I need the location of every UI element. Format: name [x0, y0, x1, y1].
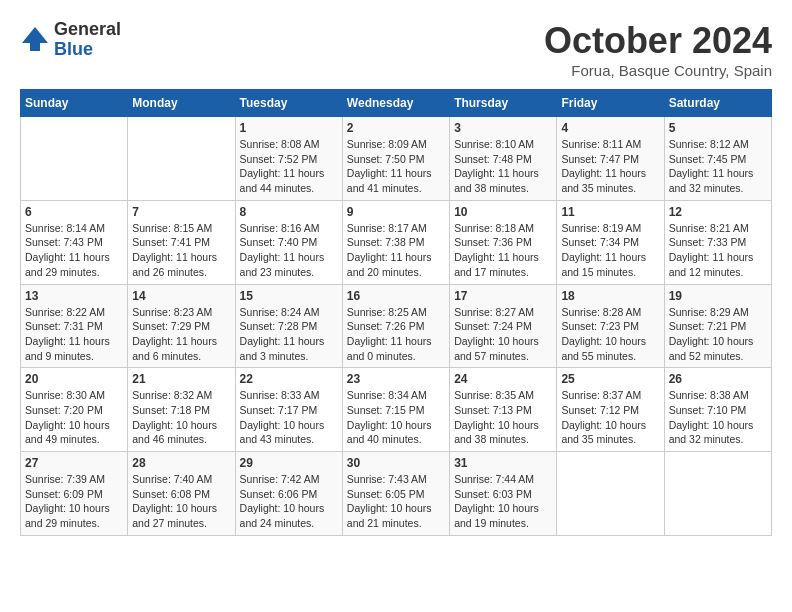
day-detail: Sunrise: 7:39 AM Sunset: 6:09 PM Dayligh…: [25, 472, 123, 531]
week-row-3: 13Sunrise: 8:22 AM Sunset: 7:31 PM Dayli…: [21, 284, 772, 368]
day-detail: Sunrise: 8:37 AM Sunset: 7:12 PM Dayligh…: [561, 388, 659, 447]
day-cell: 3Sunrise: 8:10 AM Sunset: 7:48 PM Daylig…: [450, 117, 557, 201]
weekday-monday: Monday: [128, 90, 235, 117]
day-number: 6: [25, 205, 123, 219]
day-detail: Sunrise: 8:09 AM Sunset: 7:50 PM Dayligh…: [347, 137, 445, 196]
day-detail: Sunrise: 8:16 AM Sunset: 7:40 PM Dayligh…: [240, 221, 338, 280]
day-cell: 23Sunrise: 8:34 AM Sunset: 7:15 PM Dayli…: [342, 368, 449, 452]
day-cell: 8Sunrise: 8:16 AM Sunset: 7:40 PM Daylig…: [235, 200, 342, 284]
calendar-table: SundayMondayTuesdayWednesdayThursdayFrid…: [20, 89, 772, 536]
weekday-thursday: Thursday: [450, 90, 557, 117]
weekday-saturday: Saturday: [664, 90, 771, 117]
day-cell: 27Sunrise: 7:39 AM Sunset: 6:09 PM Dayli…: [21, 452, 128, 536]
day-number: 7: [132, 205, 230, 219]
day-number: 20: [25, 372, 123, 386]
weekday-header-row: SundayMondayTuesdayWednesdayThursdayFrid…: [21, 90, 772, 117]
day-cell: 20Sunrise: 8:30 AM Sunset: 7:20 PM Dayli…: [21, 368, 128, 452]
day-cell: 2Sunrise: 8:09 AM Sunset: 7:50 PM Daylig…: [342, 117, 449, 201]
location: Forua, Basque Country, Spain: [544, 62, 772, 79]
day-number: 22: [240, 372, 338, 386]
weekday-wednesday: Wednesday: [342, 90, 449, 117]
day-cell: 24Sunrise: 8:35 AM Sunset: 7:13 PM Dayli…: [450, 368, 557, 452]
logo-text: General Blue: [54, 20, 121, 60]
day-detail: Sunrise: 8:10 AM Sunset: 7:48 PM Dayligh…: [454, 137, 552, 196]
title-block: October 2024 Forua, Basque Country, Spai…: [544, 20, 772, 79]
day-cell: [664, 452, 771, 536]
logo-blue: Blue: [54, 40, 121, 60]
day-detail: Sunrise: 7:44 AM Sunset: 6:03 PM Dayligh…: [454, 472, 552, 531]
day-detail: Sunrise: 8:18 AM Sunset: 7:36 PM Dayligh…: [454, 221, 552, 280]
day-number: 18: [561, 289, 659, 303]
day-number: 8: [240, 205, 338, 219]
day-number: 12: [669, 205, 767, 219]
day-number: 17: [454, 289, 552, 303]
day-number: 21: [132, 372, 230, 386]
day-cell: [128, 117, 235, 201]
day-detail: Sunrise: 8:29 AM Sunset: 7:21 PM Dayligh…: [669, 305, 767, 364]
day-detail: Sunrise: 7:42 AM Sunset: 6:06 PM Dayligh…: [240, 472, 338, 531]
logo-icon: [20, 25, 50, 55]
weekday-sunday: Sunday: [21, 90, 128, 117]
day-detail: Sunrise: 8:25 AM Sunset: 7:26 PM Dayligh…: [347, 305, 445, 364]
day-detail: Sunrise: 8:33 AM Sunset: 7:17 PM Dayligh…: [240, 388, 338, 447]
day-cell: 21Sunrise: 8:32 AM Sunset: 7:18 PM Dayli…: [128, 368, 235, 452]
day-cell: [21, 117, 128, 201]
day-cell: 17Sunrise: 8:27 AM Sunset: 7:24 PM Dayli…: [450, 284, 557, 368]
day-detail: Sunrise: 8:34 AM Sunset: 7:15 PM Dayligh…: [347, 388, 445, 447]
day-number: 30: [347, 456, 445, 470]
day-detail: Sunrise: 8:12 AM Sunset: 7:45 PM Dayligh…: [669, 137, 767, 196]
day-number: 5: [669, 121, 767, 135]
day-detail: Sunrise: 8:17 AM Sunset: 7:38 PM Dayligh…: [347, 221, 445, 280]
day-detail: Sunrise: 8:14 AM Sunset: 7:43 PM Dayligh…: [25, 221, 123, 280]
day-number: 19: [669, 289, 767, 303]
day-number: 4: [561, 121, 659, 135]
week-row-4: 20Sunrise: 8:30 AM Sunset: 7:20 PM Dayli…: [21, 368, 772, 452]
day-cell: 7Sunrise: 8:15 AM Sunset: 7:41 PM Daylig…: [128, 200, 235, 284]
day-number: 16: [347, 289, 445, 303]
day-detail: Sunrise: 8:08 AM Sunset: 7:52 PM Dayligh…: [240, 137, 338, 196]
day-number: 31: [454, 456, 552, 470]
week-row-1: 1Sunrise: 8:08 AM Sunset: 7:52 PM Daylig…: [21, 117, 772, 201]
day-detail: Sunrise: 8:15 AM Sunset: 7:41 PM Dayligh…: [132, 221, 230, 280]
day-cell: 12Sunrise: 8:21 AM Sunset: 7:33 PM Dayli…: [664, 200, 771, 284]
day-cell: 5Sunrise: 8:12 AM Sunset: 7:45 PM Daylig…: [664, 117, 771, 201]
logo-general: General: [54, 20, 121, 40]
day-detail: Sunrise: 8:22 AM Sunset: 7:31 PM Dayligh…: [25, 305, 123, 364]
day-number: 28: [132, 456, 230, 470]
day-number: 9: [347, 205, 445, 219]
day-detail: Sunrise: 8:23 AM Sunset: 7:29 PM Dayligh…: [132, 305, 230, 364]
day-detail: Sunrise: 8:27 AM Sunset: 7:24 PM Dayligh…: [454, 305, 552, 364]
day-cell: 9Sunrise: 8:17 AM Sunset: 7:38 PM Daylig…: [342, 200, 449, 284]
day-number: 1: [240, 121, 338, 135]
day-detail: Sunrise: 7:40 AM Sunset: 6:08 PM Dayligh…: [132, 472, 230, 531]
day-cell: 15Sunrise: 8:24 AM Sunset: 7:28 PM Dayli…: [235, 284, 342, 368]
day-cell: 13Sunrise: 8:22 AM Sunset: 7:31 PM Dayli…: [21, 284, 128, 368]
day-cell: 22Sunrise: 8:33 AM Sunset: 7:17 PM Dayli…: [235, 368, 342, 452]
day-number: 23: [347, 372, 445, 386]
day-cell: 28Sunrise: 7:40 AM Sunset: 6:08 PM Dayli…: [128, 452, 235, 536]
day-number: 29: [240, 456, 338, 470]
svg-rect-1: [30, 43, 40, 51]
week-row-2: 6Sunrise: 8:14 AM Sunset: 7:43 PM Daylig…: [21, 200, 772, 284]
day-cell: 29Sunrise: 7:42 AM Sunset: 6:06 PM Dayli…: [235, 452, 342, 536]
day-cell: 30Sunrise: 7:43 AM Sunset: 6:05 PM Dayli…: [342, 452, 449, 536]
day-number: 14: [132, 289, 230, 303]
weekday-tuesday: Tuesday: [235, 90, 342, 117]
svg-marker-0: [22, 27, 48, 43]
day-number: 24: [454, 372, 552, 386]
day-detail: Sunrise: 8:30 AM Sunset: 7:20 PM Dayligh…: [25, 388, 123, 447]
day-number: 13: [25, 289, 123, 303]
week-row-5: 27Sunrise: 7:39 AM Sunset: 6:09 PM Dayli…: [21, 452, 772, 536]
day-number: 27: [25, 456, 123, 470]
day-cell: 26Sunrise: 8:38 AM Sunset: 7:10 PM Dayli…: [664, 368, 771, 452]
day-detail: Sunrise: 8:11 AM Sunset: 7:47 PM Dayligh…: [561, 137, 659, 196]
day-detail: Sunrise: 8:32 AM Sunset: 7:18 PM Dayligh…: [132, 388, 230, 447]
day-number: 11: [561, 205, 659, 219]
day-cell: 1Sunrise: 8:08 AM Sunset: 7:52 PM Daylig…: [235, 117, 342, 201]
day-cell: 18Sunrise: 8:28 AM Sunset: 7:23 PM Dayli…: [557, 284, 664, 368]
day-cell: 25Sunrise: 8:37 AM Sunset: 7:12 PM Dayli…: [557, 368, 664, 452]
day-number: 15: [240, 289, 338, 303]
day-detail: Sunrise: 7:43 AM Sunset: 6:05 PM Dayligh…: [347, 472, 445, 531]
day-cell: 14Sunrise: 8:23 AM Sunset: 7:29 PM Dayli…: [128, 284, 235, 368]
page-header: General Blue October 2024 Forua, Basque …: [20, 20, 772, 79]
